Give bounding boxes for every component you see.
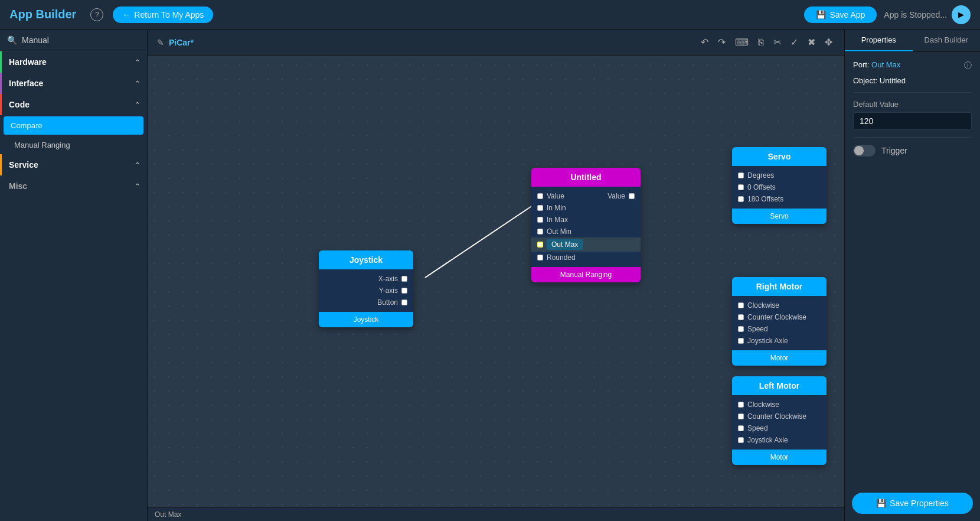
save-properties-button[interactable]: 💾 Save Properties — [852, 493, 973, 514]
sidebar: 🔍 Manual Hardware ⌃ Interface ⌃ Code ⌃ C… — [0, 30, 148, 521]
left-motor-speed-port[interactable] — [738, 425, 744, 431]
untitled-inmin-row: In Min — [531, 202, 641, 214]
untitled-outmax-port[interactable] — [537, 242, 543, 248]
right-motor-clockwise-port[interactable] — [738, 302, 744, 308]
untitled-node[interactable]: Untitled Value Value — [531, 168, 641, 282]
left-motor-axle-row: Joystick Axle — [732, 434, 827, 446]
keyboard-button[interactable]: ⌨ — [733, 34, 751, 50]
toggle-knob — [854, 146, 864, 155]
trigger-label: Trigger — [881, 146, 907, 155]
chevron-up-icon: ⌃ — [135, 161, 140, 169]
left-motor-counter-row: Counter Clockwise — [732, 411, 827, 422]
left-motor-clockwise-label: Clockwise — [747, 400, 779, 409]
right-motor-axle-label: Joystick Axle — [747, 337, 788, 345]
right-motor-speed-port[interactable] — [738, 326, 744, 332]
joystick-yaxis-label: Y-axis — [379, 286, 398, 295]
right-motor-node[interactable]: Right Motor Clockwise Counter Clockwise … — [732, 277, 827, 366]
untitled-rounded-row: Rounded — [531, 252, 641, 263]
right-motor-counter-port[interactable] — [738, 314, 744, 320]
tab-dash-builder[interactable]: Dash Builder — [913, 30, 981, 51]
servo-header: Servo — [732, 147, 827, 166]
joystick-title: Joystick — [349, 255, 383, 265]
untitled-body: Value Value In Min In Max — [531, 187, 641, 267]
undo-button[interactable]: ↶ — [698, 34, 711, 50]
return-arrow-icon: ← — [122, 10, 130, 19]
left-motor-clockwise-port[interactable] — [738, 402, 744, 408]
save-app-label: Save App — [829, 10, 865, 19]
redo-button[interactable]: ↷ — [716, 34, 728, 50]
canvas-content[interactable]: Joystick X-axis Y-axis Button — [148, 56, 844, 507]
fullscreen-button[interactable]: ✥ — [822, 34, 835, 50]
canvas-project-name: PiCar* — [169, 38, 194, 47]
right-motor-counter-row: Counter Clockwise — [732, 311, 827, 323]
right-motor-title: Right Motor — [756, 282, 803, 291]
servo-0offsets-port[interactable] — [738, 184, 744, 190]
tab-properties[interactable]: Properties — [845, 30, 913, 51]
right-motor-body: Clockwise Counter Clockwise Speed Joysti… — [732, 296, 827, 350]
top-bar: App Builder ? ← Return To My Apps 💾 Save… — [0, 0, 980, 30]
canvas-status: Out Max — [148, 507, 844, 521]
left-motor-header: Left Motor — [732, 376, 827, 395]
save-app-button[interactable]: 💾 Save App — [804, 6, 877, 23]
untitled-rounded-label: Rounded — [547, 253, 576, 262]
left-motor-title: Left Motor — [759, 381, 799, 390]
close-button[interactable]: ✖ — [805, 34, 818, 50]
hardware-label: Hardware — [9, 57, 47, 67]
copy-button[interactable]: ⎘ — [756, 35, 766, 50]
misc-label: Misc — [9, 181, 27, 191]
left-motor-footer: Motor — [732, 450, 827, 465]
left-motor-clockwise-row: Clockwise — [732, 399, 827, 411]
servo-180offsets-label: 180 Offsets — [747, 195, 783, 203]
servo-node[interactable]: Servo Degrees 0 Offsets 180 Offsets — [732, 147, 827, 224]
untitled-rounded-port[interactable] — [537, 255, 543, 260]
untitled-outmin-port[interactable] — [537, 229, 543, 235]
play-button[interactable]: ▶ — [952, 5, 971, 24]
search-bar: 🔍 Manual — [0, 30, 147, 51]
joystick-button-row: Button — [319, 297, 413, 308]
untitled-footer: Manual Ranging — [531, 267, 641, 282]
save-properties-label: Save Properties — [890, 499, 949, 508]
joystick-yaxis-port[interactable] — [401, 288, 407, 294]
untitled-inmax-port[interactable] — [537, 217, 543, 223]
sidebar-section-code[interactable]: Code ⌃ — [0, 94, 147, 115]
app-status: App is Stopped... ▶ — [884, 5, 971, 24]
sidebar-section-service[interactable]: Service ⌃ — [0, 154, 147, 175]
sidebar-section-hardware[interactable]: Hardware ⌃ — [0, 51, 147, 73]
default-value-input[interactable] — [853, 112, 972, 130]
untitled-value-left-port[interactable] — [537, 193, 543, 199]
compare-label: Compare — [11, 121, 42, 130]
joystick-button-port[interactable] — [401, 299, 407, 305]
code-label: Code — [9, 100, 30, 109]
left-motor-node[interactable]: Left Motor Clockwise Counter Clockwise S… — [732, 376, 827, 465]
left-motor-axle-port[interactable] — [738, 437, 744, 443]
help-button[interactable]: ? — [90, 8, 103, 21]
cut-button[interactable]: ✂ — [771, 34, 783, 50]
servo-degrees-row: Degrees — [732, 170, 827, 181]
canvas-area[interactable]: ✎ PiCar* ↶ ↷ ⌨ ⎘ ✂ ✓ ✖ ✥ Joystick — [148, 30, 844, 521]
untitled-inmin-port[interactable] — [537, 205, 543, 211]
port-row: Port: Out Max ⓘ — [853, 60, 972, 69]
joystick-node[interactable]: Joystick X-axis Y-axis Button — [319, 250, 413, 327]
joystick-xaxis-port[interactable] — [401, 276, 407, 282]
help-icon[interactable]: ⓘ — [964, 60, 972, 71]
trigger-toggle[interactable] — [853, 145, 876, 157]
right-motor-axle-port[interactable] — [738, 338, 744, 344]
servo-degrees-port[interactable] — [738, 172, 744, 178]
left-motor-counter-port[interactable] — [738, 413, 744, 419]
sidebar-section-interface[interactable]: Interface ⌃ — [0, 73, 147, 94]
untitled-value-label: Value — [547, 192, 564, 200]
untitled-outmax-label: Out Max — [547, 239, 583, 250]
return-button[interactable]: ← Return To My Apps — [113, 6, 213, 23]
joystick-body: X-axis Y-axis Button — [319, 269, 413, 312]
return-label: Return To My Apps — [134, 10, 204, 19]
sidebar-item-manual-ranging[interactable]: Manual Ranging — [0, 136, 147, 154]
svg-line-0 — [425, 204, 534, 278]
search-text: Manual — [22, 35, 49, 45]
divider-2 — [853, 137, 972, 138]
untitled-value-right-port[interactable] — [629, 193, 635, 199]
status-text: App is Stopped... — [884, 10, 947, 19]
sidebar-section-misc[interactable]: Misc ⌃ — [0, 175, 147, 197]
check-button[interactable]: ✓ — [788, 34, 801, 50]
sidebar-item-compare[interactable]: Compare — [4, 116, 143, 135]
servo-180offsets-port[interactable] — [738, 196, 744, 202]
